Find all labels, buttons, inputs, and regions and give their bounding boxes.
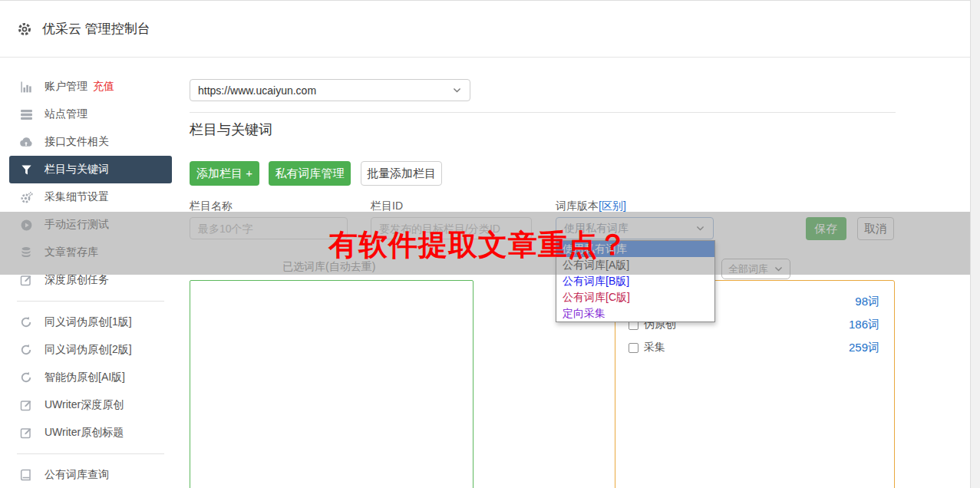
sidebar-item[interactable]: 采集细节设置: [9, 183, 172, 211]
sidebar-item[interactable]: 公有词库查询: [9, 461, 172, 488]
sidebar-item[interactable]: 文章暂存库: [9, 239, 172, 266]
dict-version-link[interactable]: [区别]: [599, 199, 626, 212]
edit-icon: [18, 427, 34, 439]
sidebar-item-label: 栏目与关键词: [45, 163, 109, 176]
dict-option[interactable]: 公有词库[C版]: [556, 289, 714, 305]
sidebar-item-label: 接口文件相关: [45, 135, 109, 149]
recharge-badge[interactable]: 充值: [93, 80, 114, 94]
add-column-button[interactable]: 添加栏目 +: [190, 161, 259, 186]
chevron-down-icon: [452, 85, 462, 95]
word-count: 186词: [849, 318, 879, 332]
book-icon: [18, 469, 34, 481]
dict-filter-select[interactable]: 全部词库: [721, 259, 790, 279]
cloud-upload-icon: [18, 135, 34, 149]
scrollbar-track[interactable]: [970, 0, 980, 488]
sidebar-item-label: 深度原创任务: [45, 273, 109, 287]
dict-option[interactable]: 定向采集: [556, 305, 714, 321]
sidebar-item-label: 文章暂存库: [45, 246, 98, 259]
private-dict-button[interactable]: 私有词库管理: [269, 161, 351, 186]
edit-icon: [18, 274, 34, 286]
sidebar-item-label: 手动运行测试: [45, 218, 109, 232]
sidebar-item[interactable]: 同义词伪原创[1版]: [9, 308, 172, 336]
word-count: 259词: [849, 341, 879, 355]
app-header: 优采云 管理控制台: [0, 0, 980, 58]
sidebar-item[interactable]: 手动运行测试: [9, 211, 172, 239]
word-count: 98词: [855, 295, 879, 309]
sidebar-item[interactable]: 账户管理充值: [9, 73, 172, 101]
refresh-icon: [18, 316, 34, 328]
sidebar-item[interactable]: 同义词伪原创[2版]: [9, 336, 172, 364]
database-icon: [18, 246, 34, 259]
sidebar-item[interactable]: UWriter原创标题: [9, 419, 172, 447]
page-title: 栏目与关键词: [190, 120, 272, 139]
sidebar-divider: [17, 453, 164, 454]
column-name-label: 栏目名称: [190, 199, 233, 213]
cancel-button[interactable]: 取消: [857, 217, 894, 240]
checkbox[interactable]: [629, 343, 638, 353]
column-name-input[interactable]: [190, 217, 348, 239]
sidebar-item-label: 同义词伪原创[2版]: [45, 343, 132, 357]
site-select-value: https://www.ucaiyun.com: [198, 84, 316, 97]
sidebar-item-label: 公有词库查询: [45, 468, 109, 482]
refresh-icon: [18, 344, 34, 356]
sidebar-item-label: 智能伪原创[AI版]: [45, 371, 125, 384]
bar-chart-icon: [18, 81, 34, 94]
sidebar-item[interactable]: 智能伪原创[AI版]: [9, 364, 172, 391]
sidebar-item[interactable]: UWriter深度原创: [9, 391, 172, 419]
dict-row-label: 采集: [644, 341, 665, 354]
server-stack-icon: [18, 108, 34, 121]
batch-add-button[interactable]: 批量添加栏目: [361, 161, 442, 186]
dict-version-label-text: 词库版本: [556, 199, 599, 212]
sidebar-item-label: 采集细节设置: [45, 190, 109, 204]
app-title: 优采云 管理控制台: [42, 20, 150, 38]
gears-icon: [18, 191, 34, 204]
watermark-question: 有软件提取文章重点？: [328, 226, 628, 265]
dict-filter-value: 全部词库: [728, 262, 768, 276]
sidebar-item-label: UWriter原创标题: [45, 426, 124, 440]
sidebar-item-label: 账户管理: [45, 80, 87, 94]
chevron-down-icon: [774, 264, 784, 274]
sidebar-divider: [17, 301, 164, 302]
app-window: 优采云 管理控制台 账户管理充值站点管理接口文件相关栏目与关键词采集细节设置手动…: [0, 0, 980, 488]
edit-icon: [18, 399, 34, 411]
sidebar-item-label: 站点管理: [45, 107, 87, 121]
sidebar-item[interactable]: 站点管理: [9, 101, 172, 128]
save-button[interactable]: 保存: [806, 217, 846, 240]
gear-icon: [17, 21, 32, 37]
sidebar-item-label: 同义词伪原创[1版]: [45, 315, 132, 329]
selected-dict-box: [190, 280, 474, 488]
refresh-icon: [18, 371, 34, 384]
sidebar-item[interactable]: 深度原创任务: [9, 266, 172, 294]
sidebar-item[interactable]: 栏目与关键词: [9, 156, 172, 183]
site-select[interactable]: https://www.ucaiyun.com: [190, 79, 470, 101]
sidebar-item[interactable]: 接口文件相关: [9, 128, 172, 156]
divider: [190, 112, 896, 113]
sidebar-item-label: UWriter深度原创: [45, 398, 124, 412]
sidebar: 账户管理充值站点管理接口文件相关栏目与关键词采集细节设置手动运行测试文章暂存库深…: [9, 73, 172, 488]
play-circle-icon: [18, 219, 34, 232]
funnel-icon: [18, 164, 34, 176]
dict-option[interactable]: 公有词库[B版]: [556, 273, 714, 289]
dict-version-label: 词库版本[区别]: [556, 199, 626, 213]
dict-row: 采集259词: [629, 340, 879, 355]
column-id-label: 栏目ID: [371, 199, 403, 213]
chevron-down-icon: [695, 223, 705, 233]
